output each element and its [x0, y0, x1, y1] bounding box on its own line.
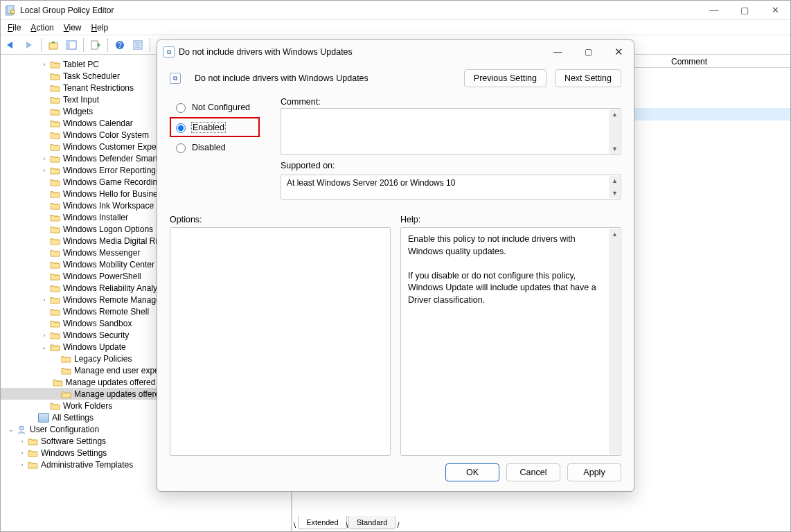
all-settings-icon [38, 413, 49, 423]
policy-icon-large: ⧉ [170, 73, 181, 84]
ok-button[interactable]: OK [445, 463, 499, 481]
folder-icon [49, 224, 60, 234]
properties-button[interactable] [130, 37, 145, 53]
previous-setting-button[interactable]: Previous Setting [464, 69, 546, 87]
tree-item-label: Work Folders [63, 401, 112, 411]
svg-rect-5 [49, 43, 57, 49]
dialog-minimize-button[interactable]: — [542, 40, 573, 64]
tree-item-label: Windows Ink Workspace [63, 201, 154, 211]
chevron-right-icon[interactable]: › [17, 450, 27, 456]
folder-icon [49, 248, 60, 258]
radio-enabled[interactable]: Enabled [170, 117, 260, 137]
folder-icon [49, 118, 60, 128]
folder-icon [49, 213, 60, 222]
up-button[interactable] [46, 37, 61, 53]
chevron-down-icon[interactable]: ⌄ [39, 344, 49, 351]
tree-item-label: Widgets [63, 107, 93, 116]
tree-item-label: Windows Remote Shell [63, 307, 149, 317]
tree-item-label: Windows Security [63, 330, 129, 340]
folder-icon [27, 448, 38, 458]
chevron-right-icon[interactable]: › [39, 167, 49, 174]
tree-item-label: Windows Update [63, 342, 126, 352]
folder-icon [27, 436, 38, 446]
tab-extended[interactable]: Extended [298, 516, 346, 529]
comment-label: Comment: [281, 97, 621, 107]
dialog-subtitle: Do not include drivers with Windows Upda… [195, 73, 368, 83]
cancel-button[interactable]: Cancel [506, 463, 560, 481]
tab-standard[interactable]: Standard [348, 516, 396, 529]
svg-point-2 [10, 10, 15, 14]
folder-icon [49, 342, 60, 352]
menu-view[interactable]: View [60, 21, 86, 34]
svg-point-18 [19, 426, 24, 430]
svg-rect-8 [66, 41, 70, 49]
menubar: File Action View Help [1, 20, 790, 35]
radio-disabled[interactable]: Disabled [170, 137, 274, 157]
next-setting-button[interactable]: Next Setting [555, 69, 621, 87]
maximize-button[interactable]: ▢ [729, 1, 760, 19]
chevron-right-icon[interactable]: › [17, 438, 27, 445]
menu-help[interactable]: Help [87, 21, 113, 34]
folder-icon [27, 460, 38, 470]
help-box: ▲ Enable this policy to not include driv… [400, 227, 621, 456]
tree-item-label: Legacy Policies [74, 354, 132, 364]
folder-icon [49, 107, 60, 116]
svg-rect-9 [91, 41, 98, 49]
tree-item-label: Windows Color System [63, 130, 149, 140]
comment-textbox[interactable]: ▲ ▼ [281, 108, 621, 155]
col-comment[interactable]: Comment [666, 55, 790, 67]
tree-item-label: Windows PowerShell [63, 272, 141, 281]
tree-item-label: Windows Reliability Analysis [63, 283, 168, 293]
folder-icon [53, 378, 63, 387]
show-hide-tree-button[interactable] [64, 37, 79, 53]
folder-icon [60, 389, 71, 399]
folder-icon [49, 319, 60, 328]
menu-file[interactable]: File [3, 21, 25, 34]
minimize-button[interactable]: — [699, 1, 729, 19]
tree-item-label: Windows Mobility Center [63, 260, 154, 269]
forward-button[interactable] [21, 37, 37, 53]
back-button[interactable] [3, 37, 19, 53]
dialog-maximize-button[interactable]: ▢ [573, 40, 603, 64]
chevron-down-icon[interactable]: ⌄ [6, 426, 16, 433]
folder-icon [49, 283, 60, 293]
chevron-right-icon[interactable]: › [39, 296, 49, 303]
help-text-1: Enable this policy to not include driver… [408, 233, 607, 258]
tree-item-label: Windows Sandbox [63, 319, 132, 328]
folder-icon [49, 272, 60, 281]
scroll-up-icon[interactable]: ▲ [612, 230, 618, 239]
radio-not-configured[interactable]: Not Configured [170, 97, 274, 117]
bottom-tabs: \ Extended \ Standard / [294, 513, 399, 529]
folder-icon [49, 60, 60, 69]
scroll-down-icon[interactable]: ▼ [612, 145, 618, 152]
folder-icon [60, 366, 71, 375]
state-radios: Not Configured Enabled Disabled [170, 97, 274, 157]
tree-item-label: Windows Error Reporting [63, 166, 156, 175]
apply-button[interactable]: Apply [567, 463, 621, 481]
export-button[interactable] [88, 37, 103, 53]
dialog-titlebar[interactable]: ⧉ Do not include drivers with Windows Up… [157, 40, 634, 64]
dialog-close-button[interactable]: ✕ [603, 40, 634, 64]
supported-text: At least Windows Server 2016 or Windows … [287, 178, 455, 188]
scroll-up-icon[interactable]: ▲ [612, 177, 618, 184]
folder-icon [49, 130, 60, 140]
close-button[interactable]: ✕ [760, 1, 790, 19]
folder-icon [49, 177, 60, 187]
scroll-up-icon[interactable]: ▲ [612, 111, 618, 118]
svg-marker-4 [26, 42, 32, 48]
tree-item-label: Administrative Templates [41, 460, 133, 470]
chevron-right-icon[interactable]: › [17, 461, 27, 468]
help-button[interactable]: ? [112, 37, 127, 53]
options-label: Options: [170, 215, 391, 224]
chevron-right-icon[interactable]: › [39, 61, 49, 68]
folder-icon [49, 201, 60, 211]
chevron-right-icon[interactable]: › [39, 332, 49, 339]
supported-textbox: At least Windows Server 2016 or Windows … [281, 175, 621, 200]
options-box [170, 227, 391, 456]
folder-icon [49, 330, 60, 340]
scroll-down-icon[interactable]: ▼ [612, 190, 618, 197]
folder-icon [49, 71, 60, 81]
folder-icon [49, 142, 60, 152]
menu-action[interactable]: Action [26, 21, 57, 34]
chevron-right-icon[interactable]: › [39, 155, 49, 162]
